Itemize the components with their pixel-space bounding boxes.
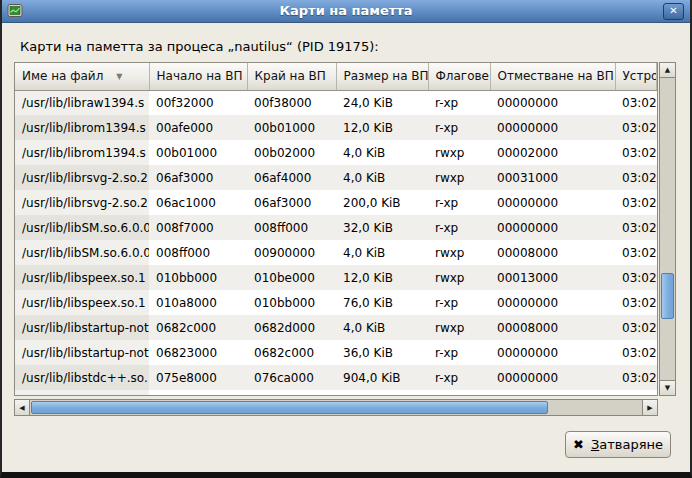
cell-filename: /usr/lib/librsvg-2.so.2 xyxy=(15,165,149,190)
cell-filename: /usr/lib/libstartup-not xyxy=(15,340,149,365)
cell-vm_offset: 00000000 xyxy=(490,290,615,315)
column-header-vm_start[interactable]: Начало на ВП xyxy=(149,63,247,90)
table-row[interactable]: /usr/lib/libspeex.so.1010bb000010be00012… xyxy=(15,265,657,290)
cell-flags: r-xp xyxy=(428,340,490,365)
column-header-vm_size[interactable]: Размер на ВП xyxy=(336,63,428,90)
table-row[interactable]: /usr/lib/librsvg-2.so.206ac100006af30002… xyxy=(15,190,657,215)
column-header-device[interactable]: Устро xyxy=(615,63,657,90)
cell-vm_size: 4,0 KiB xyxy=(336,315,428,340)
column-header-label: Край на ВП xyxy=(255,69,326,83)
cell-vm_size: 12,0 KiB xyxy=(336,265,428,290)
cell-vm_offset: 00000000 xyxy=(490,115,615,140)
scroll-up-icon[interactable]: ▲ xyxy=(659,62,676,78)
cell-device: 03:02 xyxy=(615,290,657,315)
cell-flags: r-xp xyxy=(428,290,490,315)
cell-vm_start: 06af3000 xyxy=(149,165,247,190)
table-row[interactable]: /usr/lib/libstdc++.so.075e8000076ca00090… xyxy=(15,365,657,390)
cell-device: 03:02 xyxy=(615,240,657,265)
column-header-vm_end[interactable]: Край на ВП xyxy=(247,63,336,90)
cell-flags: r-xp xyxy=(428,115,490,140)
cell-flags: r-xp xyxy=(428,365,490,390)
cell-filename: /usr/lib/librsvg-2.so.2 xyxy=(15,190,149,215)
cell-vm_start: 06823000 xyxy=(149,340,247,365)
cell-vm_size: 32,0 KiB xyxy=(336,215,428,240)
horizontal-scrollbar-thumb[interactable] xyxy=(31,401,548,414)
window-title: Карти на паметта xyxy=(2,3,690,18)
close-button-label: Затваряне xyxy=(591,437,663,452)
column-header-vm_offset[interactable]: Отместване на ВП xyxy=(490,63,615,90)
cell-flags: rwxp xyxy=(428,165,490,190)
memory-map-table-frame: Име на файл▼Начало на ВПКрай на ВПРазмер… xyxy=(14,62,658,396)
cell-vm_start: 00b01000 xyxy=(149,140,247,165)
cell-vm_size: 12,0 KiB xyxy=(336,115,428,140)
cell-vm_size: 904,0 KiB xyxy=(336,365,428,390)
cell-device: 03:02 xyxy=(615,340,657,365)
table-row[interactable]: /usr/lib/libstartup-not0682c0000682d0004… xyxy=(15,315,657,340)
cell-vm_end: 076ca000 xyxy=(247,365,336,390)
horizontal-scrollbar[interactable]: ◀ ▶ xyxy=(14,399,658,416)
cell-vm_offset: 00031000 xyxy=(490,165,615,190)
cell-vm_start: 010a8000 xyxy=(149,290,247,315)
table-row[interactable]: /usr/lib/librom1394.s00b0100000b020004,0… xyxy=(15,140,657,165)
cell-flags: rwxp xyxy=(428,140,490,165)
cell-device: 03:02 xyxy=(615,115,657,140)
scroll-down-icon[interactable]: ▼ xyxy=(659,380,676,396)
memory-maps-dialog: Карти на паметта ✕ Карти на паметта за п… xyxy=(0,0,692,478)
cell-vm_end: 00900000 xyxy=(247,240,336,265)
table-row[interactable]: /usr/lib/libSM.so.6.0.0008ff000009000004… xyxy=(15,240,657,265)
table-header-row: Име на файл▼Начало на ВПКрай на ВПРазмер… xyxy=(15,63,657,90)
cell-vm_offset: 00008000 xyxy=(490,240,615,265)
vertical-scrollbar[interactable]: ▲ ▼ xyxy=(659,62,676,396)
cell-vm_end: 008ff000 xyxy=(247,215,336,240)
cell-vm_offset: 00000000 xyxy=(490,340,615,365)
table-row[interactable]: /usr/lib/libSM.so.6.0.0008f7000008ff0003… xyxy=(15,215,657,240)
cell-vm_start: 0682c000 xyxy=(149,315,247,340)
table-row[interactable]: /usr/lib/libraw1394.s00f3200000f3800024,… xyxy=(15,90,657,115)
process-memory-maps-label: Карти на паметта за процеса „nautilus“ (… xyxy=(20,39,379,54)
cell-vm_size: 200,0 KiB xyxy=(336,190,428,215)
cell-vm_end: 010be000 xyxy=(247,265,336,290)
cell-vm_size: 24,0 KiB xyxy=(336,90,428,115)
column-header-label: Име на файл xyxy=(22,69,103,83)
cell-vm_start: 008ff000 xyxy=(149,240,247,265)
cell-vm_end: 00f38000 xyxy=(247,90,336,115)
cell-vm_end: 00b02000 xyxy=(247,140,336,165)
cell-device: 03:02 xyxy=(615,190,657,215)
cell-vm_offset: 00008000 xyxy=(490,315,615,340)
close-button[interactable]: ✖ Затваряне xyxy=(565,431,671,458)
cell-vm_offset: 00000000 xyxy=(490,190,615,215)
close-window-icon[interactable]: ✕ xyxy=(663,3,684,20)
column-header-label: Начало на ВП xyxy=(157,69,243,83)
column-header-label: Отместване на ВП xyxy=(498,69,614,83)
cell-vm_end: 010bb000 xyxy=(247,290,336,315)
cell-flags: r-xp xyxy=(428,90,490,115)
cell-vm_offset: 00013000 xyxy=(490,265,615,290)
cell-filename: /usr/lib/libSM.so.6.0.0 xyxy=(15,240,149,265)
column-header-flags[interactable]: Флагове xyxy=(428,63,490,90)
table-row[interactable]: /usr/lib/librom1394.s00afe00000b0100012,… xyxy=(15,115,657,140)
scroll-right-icon[interactable]: ▶ xyxy=(642,399,658,416)
column-header-filename[interactable]: Име на файл▼ xyxy=(15,63,149,90)
cell-vm_start: 06ac1000 xyxy=(149,190,247,215)
cell-vm_start: 008f7000 xyxy=(149,215,247,240)
cell-vm_offset: 00002000 xyxy=(490,140,615,165)
column-header-label: Размер на ВП xyxy=(344,69,429,83)
cell-device: 03:02 xyxy=(615,215,657,240)
table-row[interactable]: /usr/lib/libspeex.so.1010a8000010bb00076… xyxy=(15,290,657,315)
cell-vm_size: 4,0 KiB xyxy=(336,140,428,165)
cell-vm_size: 4,0 KiB xyxy=(336,240,428,265)
cell-vm_start: 010bb000 xyxy=(149,265,247,290)
cell-device: 03:02 xyxy=(615,265,657,290)
table-row[interactable]: /usr/lib/libstartup-not068230000682c0003… xyxy=(15,340,657,365)
scroll-left-icon[interactable]: ◀ xyxy=(14,399,30,416)
cell-device: 03:02 xyxy=(615,315,657,340)
cell-flags: rwxp xyxy=(428,315,490,340)
cell-vm_offset: 00000000 xyxy=(490,215,615,240)
vertical-scrollbar-thumb[interactable] xyxy=(661,273,674,319)
titlebar[interactable]: Карти на паметта ✕ xyxy=(2,0,690,23)
cell-device: 03:02 xyxy=(615,165,657,190)
cell-vm_size: 76,0 KiB xyxy=(336,290,428,315)
cell-flags: rwxp xyxy=(428,240,490,265)
table-row[interactable]: /usr/lib/librsvg-2.so.206af300006af40004… xyxy=(15,165,657,190)
close-x-icon: ✖ xyxy=(573,437,584,452)
